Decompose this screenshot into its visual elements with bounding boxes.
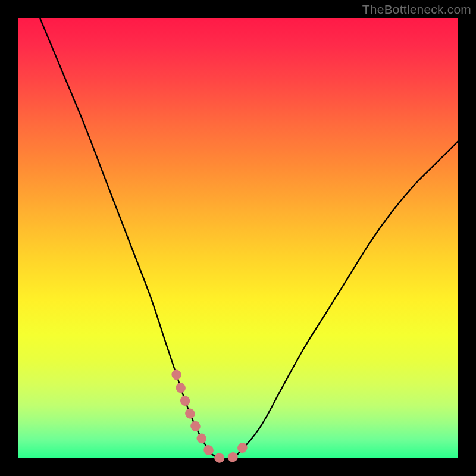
bottleneck-curve [40,18,458,459]
watermark-text: TheBottleneck.com [362,2,471,17]
outer-frame: TheBottleneck.com [0,0,476,476]
chart-area [18,18,458,458]
bottleneck-highlight [176,374,246,459]
chart-svg [18,18,458,458]
